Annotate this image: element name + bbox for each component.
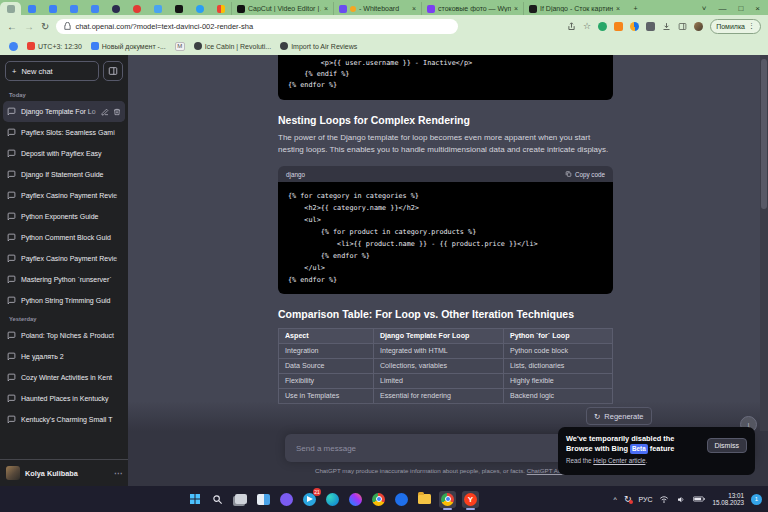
copy-code-button[interactable]: Copy code	[565, 170, 605, 178]
dismiss-button[interactable]: Dismiss	[707, 438, 748, 453]
sidebar-chat-item[interactable]: Python Comment Block Guid	[0, 227, 128, 248]
tab-close-icon[interactable]: ×	[324, 5, 328, 12]
close-button[interactable]: ×	[755, 4, 760, 13]
address-bar[interactable]: chat.openai.com/?model=text-davinci-002-…	[56, 19, 458, 34]
bookmark-ice-cabin[interactable]: Ice Cabin | Revoluti...	[194, 42, 271, 50]
sidebar-chat-item-active[interactable]: Django Template For Lo	[3, 101, 125, 122]
taskbar-app-telegram[interactable]: 21	[301, 491, 318, 508]
help-center-link[interactable]: Help Center article	[593, 457, 645, 464]
sidebar-chat-item[interactable]: Haunted Places in Kentucky	[0, 388, 128, 409]
extension-metamask-icon[interactable]	[614, 22, 623, 31]
extension-wallet-icon[interactable]	[630, 22, 639, 31]
pinned-tab[interactable]	[126, 2, 147, 15]
battery-icon[interactable]	[693, 495, 705, 503]
language-indicator[interactable]: РУС	[638, 496, 652, 503]
maximize-button[interactable]: □	[738, 4, 743, 13]
side-panel-icon[interactable]	[678, 22, 687, 31]
bookmark-clock[interactable]: UTC+3: 12:30	[27, 42, 82, 50]
screen: CapCut | Video Editor | All- × - Whitebo…	[0, 0, 768, 512]
reload-icon[interactable]: ↻	[41, 21, 49, 32]
task-view-button[interactable]	[232, 491, 249, 508]
sidebar-chat-item[interactable]: Не удалять 2	[0, 346, 128, 367]
sidebar-chat-item[interactable]: Poland: Top Niches & Product	[0, 325, 128, 346]
tab-close-icon[interactable]: ×	[412, 5, 416, 12]
tab-capcut[interactable]: CapCut | Video Editor | All- ×	[231, 2, 333, 15]
extensions-puzzle-icon[interactable]	[646, 22, 655, 31]
tab-stock-photos[interactable]: стоковые фото — Wyniki ×	[421, 2, 523, 15]
bookmark-air-reviews[interactable]: Import to Air Reviews	[280, 42, 357, 50]
profile-chip[interactable]: Помилка ⋮	[710, 19, 761, 34]
sidebar-chat-item[interactable]: Python Exponents Guide	[0, 206, 128, 227]
sidebar-user-row[interactable]: Kolya Kulibaba ⋯	[0, 459, 128, 486]
edit-pencil-icon[interactable]	[101, 108, 109, 116]
collapse-sidebar-button[interactable]	[103, 61, 123, 81]
file-explorer-button[interactable]	[416, 491, 433, 508]
sidebar-chat-item[interactable]: Kentucky's Charming Small T	[0, 409, 128, 430]
sidebar-chat-item[interactable]: Django If Statement Guide	[0, 164, 128, 185]
minimize-button[interactable]: —	[718, 4, 726, 13]
taskbar-app-chrome-active[interactable]	[439, 491, 456, 508]
scrollbar-thumb[interactable]	[761, 59, 767, 209]
tab-search-icon[interactable]: ˅	[702, 4, 707, 13]
start-button[interactable]	[186, 491, 203, 508]
pinned-tab[interactable]	[42, 2, 63, 15]
sidebar-chat-item[interactable]: Payflex Casino Payment Revie	[0, 248, 128, 269]
taskbar-app-chrome[interactable]	[370, 491, 387, 508]
taskbar-clock[interactable]: 13:01 15.08.2023	[712, 492, 744, 507]
taskbar-app-snip[interactable]	[255, 491, 272, 508]
pinned-tab[interactable]	[84, 2, 105, 15]
bookmark-star-icon[interactable]: ☆	[583, 21, 591, 31]
scrollbar-track[interactable]	[760, 55, 768, 431]
bookmark-m[interactable]: M	[175, 42, 185, 51]
notification-center-badge[interactable]: 1	[751, 494, 762, 505]
taskbar-app-chat[interactable]	[278, 491, 295, 508]
taskbar-app-yandex[interactable]: Y	[462, 491, 479, 508]
new-chat-button[interactable]: + New chat	[5, 61, 99, 81]
pinned-tab[interactable]	[210, 2, 231, 15]
chat-bubble-icon	[7, 394, 16, 403]
pinned-tab-active[interactable]	[0, 2, 21, 15]
sync-update-icon[interactable]: ↻	[624, 494, 632, 504]
regenerate-button[interactable]: ↻ Regenerate	[586, 407, 652, 425]
pinned-tab[interactable]	[21, 2, 42, 15]
bookmark-document[interactable]: Новый документ -...	[91, 42, 166, 50]
pinned-tab[interactable]	[105, 2, 126, 15]
bookmark-app-icon[interactable]	[9, 42, 18, 51]
pinned-tab[interactable]	[147, 2, 168, 15]
sidebar-chat-item[interactable]: Python String Trimming Guid	[0, 290, 128, 311]
profile-avatar[interactable]	[694, 22, 703, 31]
tab-if-django[interactable]: If Django - Сток картинки ×	[523, 2, 625, 15]
user-menu-icon[interactable]: ⋯	[114, 469, 122, 478]
chat-title: Mastering Python `runserver`	[21, 276, 112, 283]
chat-title: Payflex Slots: Seamless Gami	[21, 129, 115, 136]
taskbar-app-messenger[interactable]	[347, 491, 364, 508]
new-tab-button[interactable]: +	[625, 2, 646, 15]
sidebar-chat-item[interactable]: Payflex Slots: Seamless Gami	[0, 122, 128, 143]
pinned-tab[interactable]	[189, 2, 210, 15]
trash-icon[interactable]	[113, 108, 121, 116]
sidebar-chat-item[interactable]: Cozy Winter Activities in Kent	[0, 367, 128, 388]
sidebar-chat-item[interactable]: Payflex Casino Payment Revie	[0, 185, 128, 206]
sidebar-chat-item[interactable]: Deposit with Payflex Easy	[0, 143, 128, 164]
plus-icon: +	[12, 67, 16, 76]
chat-title: Не удалять 2	[21, 353, 64, 360]
extension-color-picker-icon[interactable]	[598, 22, 607, 31]
more-vertical-icon[interactable]: ⋮	[748, 22, 755, 30]
wifi-icon[interactable]	[659, 495, 669, 504]
pinned-tab[interactable]	[168, 2, 189, 15]
forward-icon[interactable]: →	[24, 21, 34, 32]
sidebar-chat-item[interactable]: Mastering Python `runserver`	[0, 269, 128, 290]
taskbar-app-edge[interactable]	[324, 491, 341, 508]
share-icon[interactable]	[567, 22, 576, 31]
copy-icon	[565, 170, 572, 178]
tab-whiteboard[interactable]: - Whiteboard ×	[333, 2, 421, 15]
taskbar-search-button[interactable]	[209, 491, 226, 508]
back-icon[interactable]: ←	[7, 21, 17, 32]
tray-expand-icon[interactable]: ^	[614, 496, 617, 503]
taskbar-app-blue[interactable]	[393, 491, 410, 508]
pinned-tab[interactable]	[63, 2, 84, 15]
volume-icon[interactable]	[676, 495, 686, 504]
tab-close-icon[interactable]: ×	[616, 5, 620, 12]
downloads-icon[interactable]	[662, 22, 671, 31]
tab-close-icon[interactable]: ×	[514, 5, 518, 12]
